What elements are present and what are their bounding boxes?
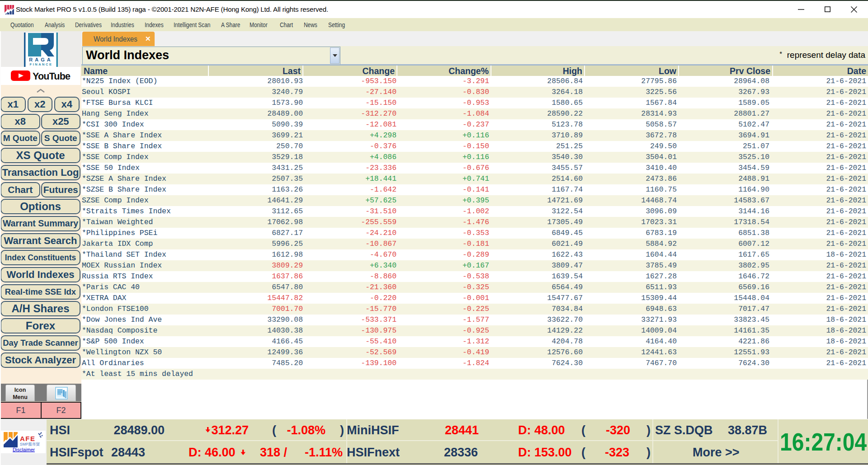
svg-text:YouTube: YouTube (33, 71, 71, 82)
svg-text:AFE: AFE (20, 435, 36, 442)
svg-text:FINANCE: FINANCE (30, 62, 53, 66)
svg-text:Disclaimer: Disclaimer (13, 447, 35, 452)
svg-text:RAGA: RAGA (29, 57, 52, 62)
svg-text:SMP股市寶: SMP股市寶 (20, 442, 40, 446)
